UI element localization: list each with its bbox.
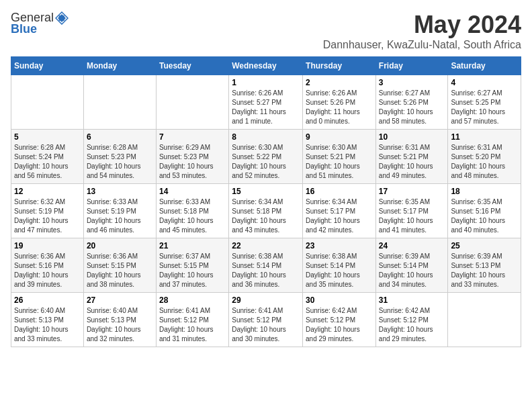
day-info: Sunrise: 6:40 AM Sunset: 5:13 PM Dayligh… <box>14 306 81 344</box>
day-number: 11 <box>451 132 518 142</box>
day-info: Sunrise: 6:37 AM Sunset: 5:15 PM Dayligh… <box>159 252 226 289</box>
day-number: 24 <box>379 241 445 250</box>
day-number: 14 <box>159 187 226 196</box>
day-number: 28 <box>159 295 226 305</box>
day-number: 5 <box>14 132 81 142</box>
weekday-header: Sunday <box>11 57 84 75</box>
calendar-week-row: 26Sunrise: 6:40 AM Sunset: 5:13 PM Dayli… <box>11 293 521 347</box>
weekday-header: Thursday <box>303 57 376 75</box>
weekday-header-row: SundayMondayTuesdayWednesdayThursdayFrid… <box>11 57 521 75</box>
calendar-cell: 9Sunrise: 6:30 AM Sunset: 5:21 PM Daylig… <box>303 130 376 184</box>
day-number: 16 <box>306 187 373 196</box>
day-info: Sunrise: 6:42 AM Sunset: 5:12 PM Dayligh… <box>379 306 445 344</box>
logo-blue: Blue <box>11 22 37 36</box>
calendar-cell: 28Sunrise: 6:41 AM Sunset: 5:12 PM Dayli… <box>156 293 228 347</box>
calendar-cell <box>83 75 156 130</box>
day-number: 27 <box>87 295 153 305</box>
page-header: General Blue May 2024 Dannhauser, KwaZul… <box>11 11 521 51</box>
day-info: Sunrise: 6:36 AM Sunset: 5:15 PM Dayligh… <box>87 252 153 289</box>
day-number: 22 <box>232 241 300 250</box>
calendar-cell: 12Sunrise: 6:32 AM Sunset: 5:19 PM Dayli… <box>11 184 84 238</box>
day-info: Sunrise: 6:26 AM Sunset: 5:27 PM Dayligh… <box>232 89 300 126</box>
day-number: 9 <box>306 132 373 142</box>
day-info: Sunrise: 6:29 AM Sunset: 5:23 PM Dayligh… <box>159 143 226 181</box>
day-info: Sunrise: 6:40 AM Sunset: 5:13 PM Dayligh… <box>87 306 153 344</box>
calendar-cell: 1Sunrise: 6:26 AM Sunset: 5:27 PM Daylig… <box>229 75 303 130</box>
day-info: Sunrise: 6:33 AM Sunset: 5:18 PM Dayligh… <box>159 197 226 235</box>
day-info: Sunrise: 6:31 AM Sunset: 5:21 PM Dayligh… <box>379 143 445 181</box>
weekday-header: Wednesday <box>229 57 303 75</box>
day-info: Sunrise: 6:30 AM Sunset: 5:21 PM Dayligh… <box>306 143 373 181</box>
calendar-cell: 4Sunrise: 6:27 AM Sunset: 5:25 PM Daylig… <box>448 75 521 130</box>
day-info: Sunrise: 6:39 AM Sunset: 5:13 PM Dayligh… <box>451 252 518 289</box>
calendar-cell: 11Sunrise: 6:31 AM Sunset: 5:20 PM Dayli… <box>448 130 521 184</box>
weekday-header: Saturday <box>448 57 521 75</box>
calendar-cell: 13Sunrise: 6:33 AM Sunset: 5:19 PM Dayli… <box>83 184 156 238</box>
calendar-week-row: 1Sunrise: 6:26 AM Sunset: 5:27 PM Daylig… <box>11 75 521 130</box>
day-info: Sunrise: 6:34 AM Sunset: 5:18 PM Dayligh… <box>232 197 300 235</box>
calendar-cell: 21Sunrise: 6:37 AM Sunset: 5:15 PM Dayli… <box>156 238 228 293</box>
day-number: 23 <box>306 241 373 250</box>
day-number: 21 <box>159 241 226 250</box>
day-number: 25 <box>451 241 518 250</box>
day-info: Sunrise: 6:31 AM Sunset: 5:20 PM Dayligh… <box>451 143 518 181</box>
calendar-week-row: 19Sunrise: 6:36 AM Sunset: 5:16 PM Dayli… <box>11 238 521 293</box>
weekday-header: Tuesday <box>156 57 228 75</box>
day-number: 31 <box>379 295 445 305</box>
calendar-cell: 27Sunrise: 6:40 AM Sunset: 5:13 PM Dayli… <box>83 293 156 347</box>
day-number: 20 <box>87 241 153 250</box>
location-title: Dannhauser, KwaZulu-Natal, South Africa <box>323 39 521 51</box>
day-number: 6 <box>87 132 153 142</box>
day-number: 12 <box>14 187 81 196</box>
day-number: 2 <box>306 78 373 87</box>
day-number: 30 <box>306 295 373 305</box>
day-info: Sunrise: 6:41 AM Sunset: 5:12 PM Dayligh… <box>159 306 226 344</box>
calendar-cell: 23Sunrise: 6:38 AM Sunset: 5:14 PM Dayli… <box>303 238 376 293</box>
day-number: 19 <box>14 241 81 250</box>
calendar-cell: 3Sunrise: 6:27 AM Sunset: 5:26 PM Daylig… <box>375 75 448 130</box>
day-info: Sunrise: 6:35 AM Sunset: 5:17 PM Dayligh… <box>379 197 445 235</box>
calendar-cell: 15Sunrise: 6:34 AM Sunset: 5:18 PM Dayli… <box>229 184 303 238</box>
calendar-cell: 18Sunrise: 6:35 AM Sunset: 5:16 PM Dayli… <box>448 184 521 238</box>
day-number: 8 <box>232 132 300 142</box>
calendar-cell: 19Sunrise: 6:36 AM Sunset: 5:16 PM Dayli… <box>11 238 84 293</box>
day-info: Sunrise: 6:28 AM Sunset: 5:24 PM Dayligh… <box>14 143 81 181</box>
calendar-cell: 17Sunrise: 6:35 AM Sunset: 5:17 PM Dayli… <box>375 184 448 238</box>
day-number: 3 <box>379 78 445 87</box>
day-number: 1 <box>232 78 300 87</box>
title-section: May 2024 Dannhauser, KwaZulu-Natal, Sout… <box>323 11 521 51</box>
calendar-cell: 16Sunrise: 6:34 AM Sunset: 5:17 PM Dayli… <box>303 184 376 238</box>
day-info: Sunrise: 6:36 AM Sunset: 5:16 PM Dayligh… <box>14 252 81 289</box>
calendar-cell: 8Sunrise: 6:30 AM Sunset: 5:22 PM Daylig… <box>229 130 303 184</box>
calendar-cell: 24Sunrise: 6:39 AM Sunset: 5:14 PM Dayli… <box>375 238 448 293</box>
calendar-cell: 25Sunrise: 6:39 AM Sunset: 5:13 PM Dayli… <box>448 238 521 293</box>
calendar-cell <box>156 75 228 130</box>
weekday-header: Monday <box>83 57 156 75</box>
day-info: Sunrise: 6:35 AM Sunset: 5:16 PM Dayligh… <box>451 197 518 235</box>
calendar-cell: 6Sunrise: 6:28 AM Sunset: 5:23 PM Daylig… <box>83 130 156 184</box>
day-info: Sunrise: 6:26 AM Sunset: 5:26 PM Dayligh… <box>306 89 373 126</box>
weekday-header: Friday <box>375 57 448 75</box>
logo-icon <box>55 11 69 25</box>
day-info: Sunrise: 6:27 AM Sunset: 5:25 PM Dayligh… <box>451 89 518 126</box>
day-number: 10 <box>379 132 445 142</box>
day-info: Sunrise: 6:28 AM Sunset: 5:23 PM Dayligh… <box>87 143 153 181</box>
month-title: May 2024 <box>323 11 521 39</box>
day-info: Sunrise: 6:42 AM Sunset: 5:12 PM Dayligh… <box>306 306 373 344</box>
day-info: Sunrise: 6:30 AM Sunset: 5:22 PM Dayligh… <box>232 143 300 181</box>
day-info: Sunrise: 6:41 AM Sunset: 5:12 PM Dayligh… <box>232 306 300 344</box>
day-number: 26 <box>14 295 81 305</box>
calendar-cell: 20Sunrise: 6:36 AM Sunset: 5:15 PM Dayli… <box>83 238 156 293</box>
calendar-table: SundayMondayTuesdayWednesdayThursdayFrid… <box>11 56 521 347</box>
calendar-cell <box>11 75 84 130</box>
calendar-cell: 29Sunrise: 6:41 AM Sunset: 5:12 PM Dayli… <box>229 293 303 347</box>
calendar-cell: 14Sunrise: 6:33 AM Sunset: 5:18 PM Dayli… <box>156 184 228 238</box>
calendar-cell: 30Sunrise: 6:42 AM Sunset: 5:12 PM Dayli… <box>303 293 376 347</box>
day-number: 29 <box>232 295 300 305</box>
day-info: Sunrise: 6:39 AM Sunset: 5:14 PM Dayligh… <box>379 252 445 289</box>
calendar-cell: 10Sunrise: 6:31 AM Sunset: 5:21 PM Dayli… <box>375 130 448 184</box>
calendar-cell: 2Sunrise: 6:26 AM Sunset: 5:26 PM Daylig… <box>303 75 376 130</box>
logo: General Blue <box>11 11 69 36</box>
day-info: Sunrise: 6:38 AM Sunset: 5:14 PM Dayligh… <box>232 252 300 289</box>
day-info: Sunrise: 6:34 AM Sunset: 5:17 PM Dayligh… <box>306 197 373 235</box>
